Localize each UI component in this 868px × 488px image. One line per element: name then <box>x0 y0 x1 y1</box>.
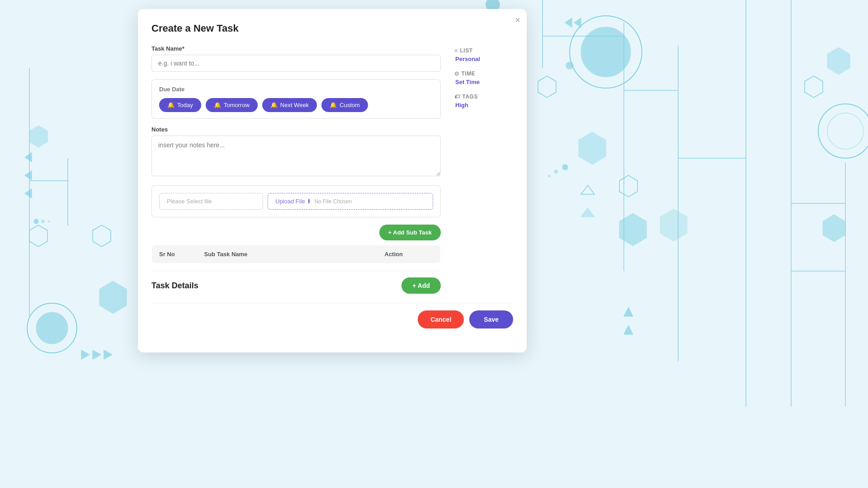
svg-marker-39 <box>581 208 594 217</box>
bell-icon-today: 🔔 <box>167 102 175 108</box>
svg-marker-32 <box>660 209 687 241</box>
svg-marker-37 <box>624 325 633 334</box>
svg-marker-45 <box>827 47 850 75</box>
svg-marker-30 <box>579 132 606 164</box>
svg-marker-34 <box>565 18 572 27</box>
file-section: Please Select file Upload File ⬆ No File… <box>151 185 441 217</box>
notes-label: Notes <box>151 126 441 133</box>
svg-point-41 <box>554 170 558 174</box>
task-details-section: Task Details + Add <box>151 271 441 294</box>
svg-marker-10 <box>25 171 32 180</box>
sidebar-time-section: ⊙ TIME Set Time <box>454 70 513 85</box>
next-week-button[interactable]: 🔔 Next Week <box>262 98 317 112</box>
task-details-add-button[interactable]: + Add <box>401 277 441 294</box>
cancel-button[interactable]: Cancel <box>418 310 464 328</box>
modal-title: Create a New Task <box>151 23 513 34</box>
svg-marker-46 <box>805 76 823 98</box>
modal-body: Task Name* Due Date 🔔 Today 🔔 Tomorrow 🔔 <box>151 45 513 294</box>
svg-point-43 <box>818 104 868 158</box>
task-details-label: Task Details <box>151 281 198 291</box>
svg-marker-33 <box>619 213 646 246</box>
time-title-text: TIME <box>462 70 476 77</box>
list-title-text: LIST <box>460 47 473 54</box>
svg-marker-51 <box>823 215 845 242</box>
create-task-modal: × Create a New Task Task Name* Due Date … <box>138 9 527 352</box>
sidebar-list-section: ≡ LIST Personal <box>454 47 513 62</box>
add-subtask-row: + Add Sub Task <box>151 225 441 240</box>
sidebar-time-title: ⊙ TIME <box>454 70 513 77</box>
svg-point-8 <box>36 312 68 344</box>
svg-marker-5 <box>93 225 111 247</box>
col-sr-no: Sr No <box>152 245 197 263</box>
add-subtask-button[interactable]: + Add Sub Task <box>379 225 441 240</box>
svg-marker-15 <box>81 350 90 359</box>
col-action: Action <box>377 245 441 263</box>
subtask-table: Sr No Sub Task Name Action <box>151 245 441 263</box>
sidebar-right: ≡ LIST Personal ⊙ TIME Set Time 🏷 TAGS H… <box>454 45 513 294</box>
svg-point-25 <box>570 16 642 88</box>
col-subtask-name: Sub Task Name <box>197 245 377 263</box>
svg-marker-11 <box>25 189 32 198</box>
close-button[interactable]: × <box>515 15 520 24</box>
svg-point-28 <box>566 62 573 69</box>
tomorrow-label: Tomorrow <box>224 102 250 108</box>
svg-marker-36 <box>624 307 633 316</box>
svg-point-7 <box>27 303 77 353</box>
date-buttons: 🔔 Today 🔔 Tomorrow 🔔 Next Week 🔔 Custom <box>159 98 433 112</box>
no-file-text: No File Chosen <box>314 198 352 205</box>
today-label: Today <box>177 102 193 108</box>
custom-label: Custom <box>340 102 360 108</box>
sidebar-list-title: ≡ LIST <box>454 47 513 54</box>
sidebar-tags-section: 🏷 TAGS High <box>454 94 513 108</box>
svg-point-40 <box>562 164 568 170</box>
task-details-row: Task Details + Add <box>151 277 441 294</box>
custom-button[interactable]: 🔔 Custom <box>321 98 368 112</box>
file-upload-button[interactable]: Upload File ⬆ No File Chosen <box>268 193 433 210</box>
svg-marker-16 <box>93 350 101 359</box>
task-name-input[interactable] <box>151 55 441 72</box>
form-left: Task Name* Due Date 🔔 Today 🔔 Tomorrow 🔔 <box>151 45 441 294</box>
save-button[interactable]: Save <box>469 310 513 328</box>
svg-point-13 <box>42 220 44 223</box>
bell-icon-custom: 🔔 <box>330 102 337 108</box>
sidebar-tags-value[interactable]: High <box>454 102 513 108</box>
svg-marker-35 <box>574 18 581 27</box>
upload-label: Upload File ⬆ <box>275 198 311 205</box>
tags-icon: 🏷 <box>454 94 460 100</box>
sidebar-list-value[interactable]: Personal <box>454 56 513 62</box>
time-icon: ⊙ <box>454 70 459 77</box>
svg-point-42 <box>548 175 551 178</box>
file-row: Please Select file Upload File ⬆ No File… <box>159 193 433 210</box>
task-name-label: Task Name* <box>151 45 441 52</box>
svg-marker-38 <box>581 185 594 194</box>
due-date-section: Due Date 🔔 Today 🔔 Tomorrow 🔔 Next Week <box>151 79 441 119</box>
today-button[interactable]: 🔔 Today <box>159 98 201 112</box>
next-week-label: Next Week <box>280 102 309 108</box>
svg-marker-4 <box>29 225 47 247</box>
svg-marker-3 <box>29 126 47 147</box>
svg-marker-9 <box>25 153 32 162</box>
sidebar-time-value[interactable]: Set Time <box>454 79 513 85</box>
svg-marker-29 <box>538 76 556 98</box>
file-select-input[interactable]: Please Select file <box>159 193 263 210</box>
sidebar-tags-title: 🏷 TAGS <box>454 94 513 100</box>
svg-point-26 <box>581 27 631 77</box>
bell-icon-tomorrow: 🔔 <box>214 102 221 108</box>
modal-footer: Cancel Save <box>151 303 513 328</box>
notes-textarea[interactable] <box>151 136 441 176</box>
tomorrow-button[interactable]: 🔔 Tomorrow <box>206 98 258 112</box>
svg-point-14 <box>48 221 50 222</box>
bell-icon-nextweek: 🔔 <box>270 102 278 108</box>
due-date-label: Due Date <box>159 86 433 93</box>
table-header-row: Sr No Sub Task Name Action <box>152 245 441 263</box>
svg-marker-31 <box>619 175 637 197</box>
svg-marker-6 <box>99 281 127 314</box>
svg-marker-17 <box>104 350 112 359</box>
svg-point-44 <box>827 113 863 149</box>
tags-title-text: TAGS <box>462 94 478 100</box>
list-icon: ≡ <box>454 47 458 54</box>
svg-point-12 <box>34 219 38 224</box>
